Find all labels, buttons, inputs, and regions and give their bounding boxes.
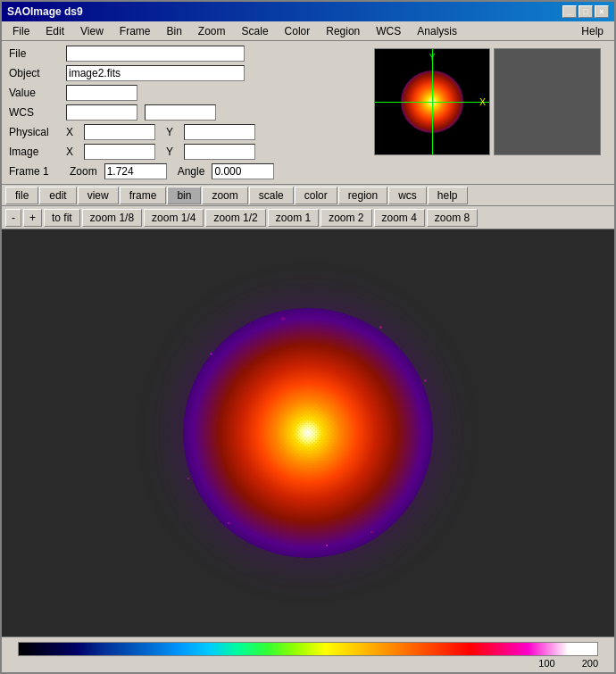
speckle-2 <box>228 522 229 524</box>
zoom-1-8-button[interactable]: zoom 1/8 <box>82 209 142 227</box>
info-left: File Object Value WCS Physical X Y <box>9 45 367 180</box>
file-label: File <box>9 47 62 60</box>
physical-row: Physical X Y <box>9 123 367 141</box>
zoom-toolbar: - + to fit zoom 1/8 zoom 1/4 zoom 1/2 zo… <box>2 206 614 229</box>
color-bar <box>18 642 598 656</box>
value-label: Value <box>9 87 62 99</box>
frame-row: Frame 1 Zoom Angle <box>9 162 367 180</box>
toolbar-color[interactable]: color <box>295 187 337 204</box>
menu-file[interactable]: File <box>5 23 37 39</box>
speckle-8 <box>187 478 189 479</box>
title-bar-controls: _ □ × <box>562 5 609 18</box>
menu-wcs[interactable]: WCS <box>369 23 408 39</box>
zoom-1-button[interactable]: zoom 1 <box>268 209 319 227</box>
menu-bin[interactable]: Bin <box>160 23 189 39</box>
wcs-row: WCS <box>9 104 367 121</box>
toolbar-scale[interactable]: scale <box>249 187 294 204</box>
value-row: Value <box>9 84 367 102</box>
thumbnail-main: Y X <box>374 48 490 155</box>
speckle-4 <box>370 531 372 533</box>
image-label: Image <box>9 146 62 158</box>
angle-label-text: Angle <box>178 165 205 178</box>
speckle-1 <box>379 326 382 329</box>
app-window: SAOImage ds9 _ □ × File Edit View Frame … <box>0 0 616 674</box>
zoom-8-button[interactable]: zoom 8 <box>427 209 478 227</box>
image-x-value[interactable] <box>84 144 155 160</box>
menu-scale[interactable]: Scale <box>235 23 276 39</box>
file-value[interactable] <box>66 46 245 62</box>
toolbar-wcs[interactable]: wcs <box>388 187 427 204</box>
nebula-image <box>183 308 433 558</box>
wcs-value1[interactable] <box>66 104 137 121</box>
zoom-1-4-button[interactable]: zoom 1/4 <box>144 209 204 227</box>
wcs-label: WCS <box>9 106 62 119</box>
colorbar-label-0: 100 <box>538 658 581 669</box>
value-value[interactable] <box>66 85 137 101</box>
maximize-button[interactable]: □ <box>579 5 593 18</box>
toolbar-edit[interactable]: edit <box>39 187 76 204</box>
image-x-label: X <box>66 146 80 158</box>
frame-label: Frame 1 <box>9 165 62 178</box>
toolbar-bin[interactable]: bin <box>167 187 201 204</box>
colorbar-label-200: 200 <box>582 658 598 669</box>
speckle-3 <box>210 353 212 355</box>
color-bar-labels: 100 200 <box>18 658 598 669</box>
menu-bar: File Edit View Frame Bin Zoom Scale Colo… <box>2 21 614 41</box>
crosshair-vertical <box>432 49 433 154</box>
angle-value[interactable] <box>212 163 274 179</box>
zoom-minus-button[interactable]: - <box>5 209 21 227</box>
toolbar-help[interactable]: help <box>428 187 468 204</box>
zoom-1-2-button[interactable]: zoom 1/2 <box>205 209 265 227</box>
menu-region[interactable]: Region <box>319 23 367 39</box>
physical-x-label: X <box>66 126 80 138</box>
toolbar-region[interactable]: region <box>338 187 387 204</box>
x-axis-label: X <box>479 97 486 107</box>
y-axis-label: Y <box>429 53 436 62</box>
object-label: Object <box>9 67 62 79</box>
minimize-button[interactable]: _ <box>562 5 577 18</box>
thumbnail-secondary <box>494 48 601 155</box>
zoom-4-button[interactable]: zoom 4 <box>374 209 425 227</box>
menu-help[interactable]: Help <box>574 23 611 39</box>
zoom-value[interactable] <box>104 163 167 179</box>
title-bar: SAOImage ds9 _ □ × <box>2 2 614 21</box>
file-row: File <box>9 45 367 62</box>
image-y-value[interactable] <box>184 144 255 160</box>
info-panel: File Object Value WCS Physical X Y <box>2 41 614 185</box>
wcs-value2[interactable] <box>145 104 216 121</box>
speckle-6 <box>326 545 328 546</box>
zoom-label-text: Zoom <box>70 165 97 178</box>
speckle-5 <box>281 317 285 320</box>
menu-zoom[interactable]: Zoom <box>191 23 233 39</box>
menu-color[interactable]: Color <box>278 23 318 39</box>
toolbar-zoom[interactable]: zoom <box>202 187 247 204</box>
main-canvas[interactable] <box>2 229 614 637</box>
window-title: SAOImage ds9 <box>7 5 83 18</box>
toolbar-view[interactable]: view <box>78 187 119 204</box>
zoom-2-button[interactable]: zoom 2 <box>320 209 371 227</box>
image-row: Image X Y <box>9 143 367 161</box>
toolbar-file[interactable]: file <box>5 187 38 204</box>
menu-view[interactable]: View <box>73 23 111 39</box>
zoom-fit-button[interactable]: to fit <box>44 209 80 227</box>
thumbnail-area: Y X <box>370 45 607 180</box>
physical-y-value[interactable] <box>184 124 255 140</box>
object-row: Object <box>9 64 367 82</box>
menu-frame[interactable]: Frame <box>112 23 158 39</box>
physical-y-label: Y <box>166 126 180 138</box>
image-y-label: Y <box>166 146 180 158</box>
object-value[interactable] <box>66 65 245 81</box>
menu-edit[interactable]: Edit <box>38 23 71 39</box>
zoom-plus-button[interactable]: + <box>23 209 42 227</box>
menu-analysis[interactable]: Analysis <box>410 23 464 39</box>
color-bar-area: 100 200 <box>2 637 614 672</box>
toolbar-frame[interactable]: frame <box>120 187 167 204</box>
physical-label: Physical <box>9 126 62 138</box>
physical-x-value[interactable] <box>84 124 155 140</box>
toolbar-row: file edit view frame bin zoom scale colo… <box>2 185 614 206</box>
close-button[interactable]: × <box>595 5 609 18</box>
speckle-7 <box>424 379 427 382</box>
